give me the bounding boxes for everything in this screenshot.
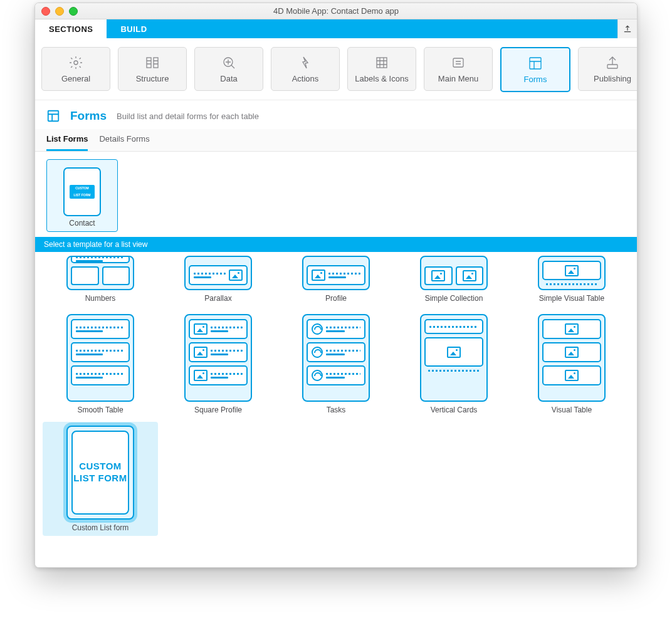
table-name: Contact [69, 219, 95, 228]
template-numbers[interactable]: Numbers [43, 252, 158, 306]
tab-label: List Forms [46, 134, 88, 144]
svg-rect-2 [154, 58, 158, 68]
page-title: Forms [70, 109, 107, 123]
forms-icon [528, 56, 543, 71]
template-label: Vertical Cards [431, 406, 478, 414]
template-vertical-cards[interactable]: Vertical Cards [396, 310, 512, 418]
svg-rect-5 [453, 58, 463, 67]
template-simple-visual-table[interactable]: Simple Visual Table [514, 252, 629, 306]
form-tab-bar: List Forms Details Forms [35, 129, 637, 152]
section-label: Actions [292, 74, 319, 83]
section-publishing[interactable]: Publishing [578, 47, 638, 91]
template-label: Square Profile [194, 406, 242, 414]
instruction-bar: Select a template for a list view [35, 237, 637, 252]
template-label: Simple Visual Table [539, 294, 604, 303]
tab-build[interactable]: BUILD [107, 19, 160, 38]
template-visual-table[interactable]: Visual Table [514, 310, 629, 418]
instruction-text: Select a template for a list view [44, 240, 147, 249]
template-parallax[interactable]: Parallax [160, 252, 276, 306]
section-label: Labels & Icons [355, 74, 408, 83]
template-label: Visual Table [552, 406, 592, 414]
template-square-profile[interactable]: Square Profile [160, 310, 276, 418]
svg-point-0 [74, 61, 78, 65]
section-actions[interactable]: Actions [271, 47, 340, 91]
svg-rect-7 [607, 65, 617, 68]
custom-badge-icon: CUSTOMLIST FORM [70, 185, 95, 199]
section-label: Forms [524, 75, 547, 84]
section-label: Main Menu [438, 74, 478, 83]
labels-icon [374, 55, 389, 70]
section-label: Publishing [594, 74, 631, 83]
table-thumbnail: CUSTOMLIST FORM [63, 167, 101, 216]
svg-rect-8 [48, 111, 59, 122]
window-titlebar: 4D Mobile App: Contact Demo app [35, 3, 637, 19]
tab-label: Details Forms [99, 134, 149, 144]
data-icon [221, 55, 236, 70]
top-tab-bar: SECTIONS BUILD [35, 19, 637, 38]
gear-icon [68, 55, 83, 70]
template-grid: Numbers Parallax Profile [43, 252, 629, 536]
tab-list-forms[interactable]: List Forms [46, 129, 88, 151]
template-label: Simple Collection [425, 294, 483, 303]
section-bar: General Structure Data Actions Labels & … [35, 38, 637, 100]
tables-row: CUSTOMLIST FORM Contact [35, 152, 637, 237]
section-structure[interactable]: Structure [118, 47, 187, 91]
svg-rect-4 [377, 58, 387, 68]
page-subtitle: Build list and detail forms for each tab… [117, 112, 259, 121]
section-label: General [61, 74, 90, 83]
tab-label: SECTIONS [49, 24, 93, 34]
template-label: Smooth Table [77, 406, 123, 414]
section-general[interactable]: General [41, 47, 110, 91]
template-profile[interactable]: Profile [278, 252, 394, 306]
template-area: Numbers Parallax Profile [35, 252, 637, 567]
custom-label: CUSTOMLIST FORM [73, 461, 127, 484]
publishing-icon [605, 55, 620, 70]
tab-details-forms[interactable]: Details Forms [99, 129, 149, 151]
structure-icon [145, 55, 160, 70]
template-simple-collection[interactable]: Simple Collection [396, 252, 512, 306]
section-forms[interactable]: Forms [500, 47, 570, 92]
template-label: Numbers [85, 294, 116, 303]
section-main-menu[interactable]: Main Menu [424, 47, 493, 91]
section-labels-icons[interactable]: Labels & Icons [347, 47, 416, 91]
svg-rect-6 [530, 58, 541, 69]
template-smooth-table[interactable]: Smooth Table [43, 310, 158, 418]
section-label: Data [220, 74, 237, 83]
section-label: Structure [136, 74, 169, 83]
section-data[interactable]: Data [194, 47, 263, 91]
window-title: 4D Mobile App: Contact Demo app [35, 6, 637, 16]
actions-icon [298, 55, 313, 70]
template-label: Custom List form [72, 523, 129, 532]
app-window: 4D Mobile App: Contact Demo app SECTIONS… [34, 3, 638, 568]
template-scroll[interactable]: Numbers Parallax Profile [35, 252, 637, 567]
page-heading: Forms Build list and detail forms for ea… [35, 100, 637, 129]
template-label: Parallax [204, 294, 231, 303]
template-label: Profile [325, 294, 347, 303]
template-custom-list-form[interactable]: CUSTOMLIST FORM Custom List form [43, 422, 158, 536]
tab-label: BUILD [120, 24, 147, 34]
template-label: Tasks [327, 406, 346, 414]
export-button[interactable] [617, 19, 637, 38]
tab-sections[interactable]: SECTIONS [35, 19, 107, 38]
export-icon [623, 24, 632, 33]
svg-rect-1 [147, 58, 151, 68]
menu-icon [451, 55, 466, 70]
forms-icon [46, 109, 60, 123]
table-card-contact[interactable]: CUSTOMLIST FORM Contact [46, 159, 118, 232]
template-tasks[interactable]: Tasks [278, 310, 394, 418]
